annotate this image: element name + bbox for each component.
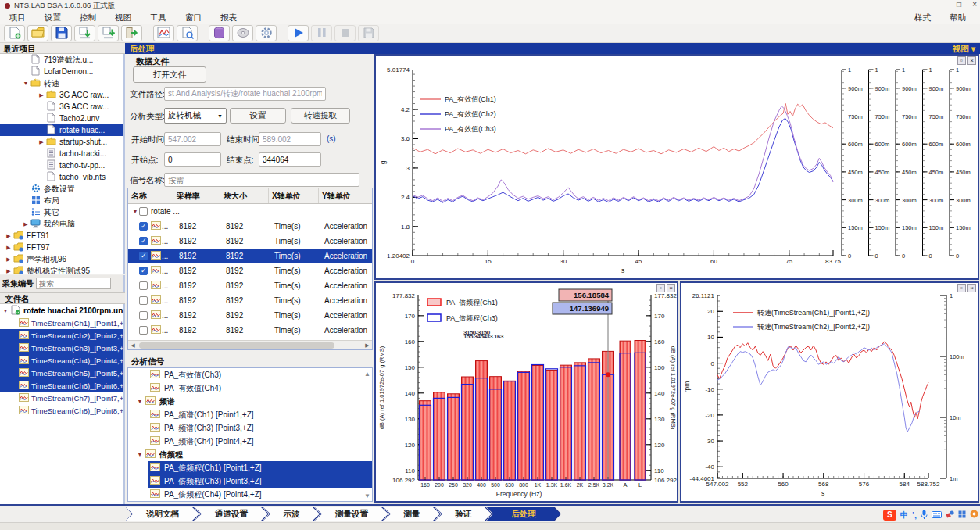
menu-帮助[interactable]: 帮助 (940, 13, 975, 23)
tab-测量设置[interactable]: 测量设置 (314, 507, 389, 521)
expand-right-icon[interactable]: ▶ (5, 256, 13, 263)
table-root-row[interactable]: ▼rotate ... (128, 204, 372, 219)
menu-项目[interactable]: 项目 (0, 13, 35, 23)
tab-说明文档[interactable]: 说明文档 (125, 507, 200, 521)
menu-工具[interactable]: 工具 (141, 13, 176, 23)
column-header-Y轴单位[interactable]: Y轴单位 (319, 188, 370, 203)
minimize-button[interactable]: – (942, 0, 946, 9)
expand-down-icon[interactable]: ▼ (22, 81, 30, 86)
signal-item-PA_有效值(Ch4)[interactable]: PA_有效值(Ch4) (128, 381, 372, 395)
checkbox[interactable] (139, 222, 148, 231)
punctuation-icon[interactable]: ’, (912, 510, 917, 520)
start-button[interactable] (288, 25, 309, 41)
signal-item-频谱[interactable]: ▼频谱 (128, 395, 372, 408)
signal-item-PA_频谱(Ch1) [Point1,+Z][interactable]: PA_频谱(Ch1) [Point1,+Z] (128, 408, 372, 421)
tree-item-rotate huac...[interactable]: rotate huac... (0, 124, 123, 136)
panel-restore-icon[interactable]: ▫ (656, 284, 665, 292)
import-data-button[interactable] (74, 25, 95, 41)
checkbox[interactable] (139, 326, 148, 335)
panel-close-icon[interactable]: × (967, 56, 976, 65)
expand-right-icon[interactable]: ▶ (5, 245, 13, 251)
table-row[interactable]: ...81928192Time(s)Acceleration (128, 278, 372, 293)
menu-窗口[interactable]: 窗口 (176, 13, 211, 23)
tree-item-startup-shut...[interactable]: ▶startup-shut... (0, 136, 123, 148)
file-path-input[interactable] (164, 87, 326, 101)
signal-chart-button[interactable] (153, 25, 174, 41)
start-point-input[interactable] (164, 152, 221, 167)
expand-right-icon[interactable]: ▶ (22, 221, 30, 227)
tree-item-719谱截法.u...[interactable]: 719谱截法.u... (0, 54, 123, 66)
save-button[interactable] (51, 25, 72, 41)
report-button[interactable] (177, 25, 198, 41)
tree-item-转速[interactable]: ▼转速 (0, 77, 123, 89)
settings-circle-icon[interactable] (970, 510, 978, 520)
stop-button[interactable] (334, 25, 356, 41)
tree-item-3G ACC raw...[interactable]: ▶3G ACC raw... (0, 89, 123, 101)
panel-close-icon[interactable]: × (667, 284, 675, 292)
tab-验证[interactable]: 验证 (435, 507, 492, 521)
file-signal-item[interactable]: TimeStream(Ch5)_[Point5,+Z (0, 367, 123, 379)
signal-item-PA_频谱(Ch4) [Point4,+Z][interactable]: PA_频谱(Ch4) [Point4,+Z] (128, 435, 372, 448)
tree-item-3G ACC raw...[interactable]: 3G ACC raw... (0, 101, 123, 113)
microphone-icon[interactable] (921, 510, 928, 521)
file-signal-item[interactable]: TimeStream(Ch3)_[Point3,+Z (0, 342, 123, 354)
scroll-right-icon[interactable]: ▶ (363, 341, 372, 349)
tree-item-整机稳定性测试95[interactable]: ▶整机稳定性测试95 (0, 265, 123, 274)
file-signal-item[interactable]: TimeStream(Ch4)_[Point4,+Z (0, 354, 123, 367)
column-header-块大小[interactable]: 块大小 (220, 188, 269, 203)
expand-down-icon[interactable]: ▼ (136, 452, 144, 457)
file-signal-item[interactable]: TimeStream(Ch6)_[Point6,+Z (0, 379, 123, 392)
table-hscrollbar[interactable]: ◀▶ (128, 340, 372, 349)
database-button[interactable] (209, 25, 230, 41)
signal-item-PA_有效值(Ch3)[interactable]: PA_有效值(Ch3) (128, 368, 372, 381)
tab-示波[interactable]: 示波 (263, 507, 320, 521)
exit-button[interactable] (121, 25, 142, 41)
signal-item-倍频程[interactable]: ▼倍频程 (128, 448, 372, 461)
file-signal-item[interactable]: TimeStream(Ch8)_[Point8,+Z (0, 404, 123, 417)
pause-button[interactable] (311, 25, 332, 41)
tree-item-声学相机96[interactable]: ▶声学相机96 (0, 253, 123, 265)
tab-测量[interactable]: 测量 (383, 507, 441, 521)
file-signal-item[interactable]: TimeStream(Ch1)_[Point1,+Z (0, 317, 123, 329)
analysis-type-select[interactable]: 旋转机械 ▼ (164, 108, 227, 124)
scrollbar-thumb[interactable] (139, 342, 334, 349)
file-root-item[interactable]: ▼rotate huachai 2100rpm.unv (0, 304, 123, 317)
apps-grid-icon[interactable] (958, 510, 966, 520)
signal-item-PA_倍频程(Ch4) [Point4,+Z][interactable]: PA_倍频程(Ch4) [Point4,+Z] (128, 488, 372, 501)
tree-item-Tacho2.unv[interactable]: Tacho2.unv (0, 113, 123, 124)
tree-item-LofarDemon...[interactable]: LofarDemon... (0, 66, 123, 77)
expand-right-icon[interactable]: ▶ (38, 139, 45, 145)
column-header-名称[interactable]: 名称 (128, 188, 173, 203)
expand-down-icon[interactable]: ▼ (2, 308, 9, 313)
table-row[interactable]: ...81928192Time(s)Acceleration (128, 234, 372, 249)
checkbox[interactable] (139, 237, 148, 245)
checkbox[interactable] (139, 267, 148, 275)
open-file-button[interactable]: 打开文件 (133, 66, 206, 83)
tree-item-布局[interactable]: 布局 (0, 195, 123, 206)
expand-right-icon[interactable]: ▶ (5, 233, 13, 239)
checkbox[interactable] (139, 281, 148, 290)
tree-item-tacho_vib.nts[interactable]: tacho_vib.nts (0, 171, 123, 183)
expand-right-icon[interactable]: ▶ (5, 268, 13, 274)
table-row[interactable]: ...81928192Time(s)Acceleration (128, 219, 372, 234)
expand-down-icon[interactable]: ▼ (131, 209, 139, 214)
tree-item-参数设置[interactable]: 参数设置 (0, 183, 123, 195)
table-row[interactable]: ...81928192Time(s)Acceleration (128, 293, 372, 308)
new-project-button[interactable] (4, 25, 25, 41)
tree-item-tacho-tv-pp...[interactable]: tacho-tv-pp... (0, 159, 123, 171)
menu-设置[interactable]: 设置 (35, 13, 70, 23)
panel-restore-icon[interactable]: ▫ (957, 284, 966, 292)
view-menu-button[interactable]: 视图 ▾ (953, 44, 975, 55)
checkbox[interactable] (139, 296, 148, 305)
record-save-button[interactable] (358, 25, 379, 41)
tree-item-我的电脑[interactable]: ▶我的电脑 (0, 218, 123, 230)
checkbox[interactable] (139, 311, 148, 320)
tab-后处理[interactable]: 后处理 (486, 507, 561, 521)
expand-down-icon[interactable]: ▼ (136, 399, 144, 404)
table-row[interactable]: ...81928192Time(s)Acceleration (128, 249, 372, 263)
menu-控制[interactable]: 控制 (70, 13, 106, 23)
rpm-extract-button[interactable]: 转速提取 (291, 108, 350, 124)
file-signal-item[interactable]: TimeStream(Ch7)_[Point7,+Z (0, 392, 123, 404)
open-project-button[interactable] (27, 25, 48, 41)
start-time-input[interactable] (164, 132, 221, 146)
